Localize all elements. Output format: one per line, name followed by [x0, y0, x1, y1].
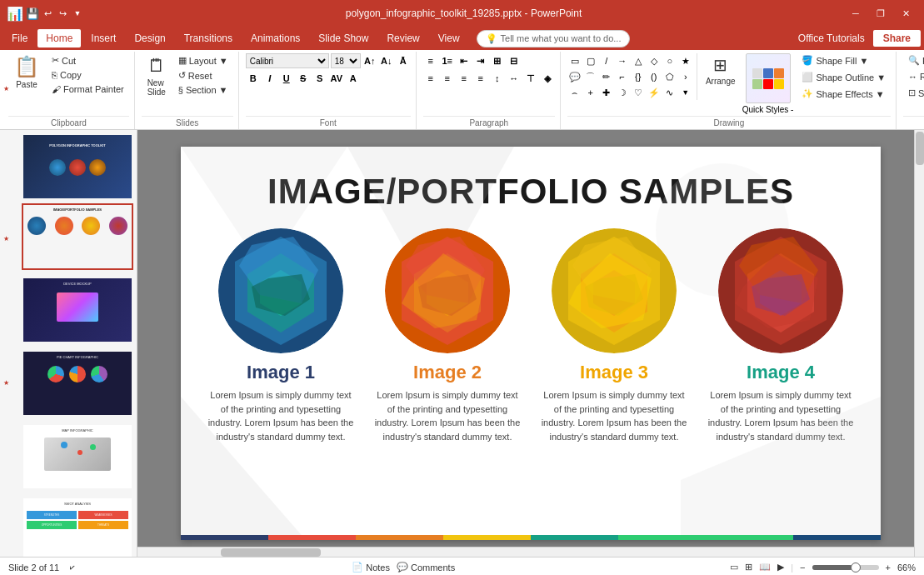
- font-name-select[interactable]: Calibri: [246, 53, 329, 68]
- menu-view[interactable]: View: [430, 29, 468, 48]
- underline-btn[interactable]: U: [279, 71, 294, 86]
- align-right-btn[interactable]: ≡: [457, 71, 472, 86]
- menu-file[interactable]: File: [3, 29, 36, 48]
- horizontal-scrollbar[interactable]: [137, 547, 914, 557]
- smart-art-btn[interactable]: ⊟: [507, 53, 522, 68]
- restore-btn[interactable]: ❐: [869, 4, 892, 22]
- reset-button[interactable]: ↺Reset: [173, 68, 233, 82]
- curve-btn[interactable]: ⌒: [583, 69, 598, 84]
- zoom-level[interactable]: 66%: [897, 562, 916, 572]
- reading-view-btn[interactable]: 📖: [759, 562, 771, 572]
- justify-btn[interactable]: ≡: [473, 71, 488, 86]
- quick-save-btn[interactable]: 💾: [27, 8, 38, 19]
- menu-review[interactable]: Review: [378, 29, 427, 48]
- quick-styles-area[interactable]: Quick Styles -: [742, 53, 794, 114]
- spell-check-icon[interactable]: 🗸: [67, 562, 77, 572]
- cut-button[interactable]: ✂Cut: [47, 53, 129, 68]
- normal-view-btn[interactable]: ▭: [730, 562, 738, 572]
- zoom-out-btn[interactable]: −: [800, 562, 805, 572]
- numbered-list-btn[interactable]: 1≡: [440, 53, 455, 68]
- connector-btn[interactable]: ⌐: [615, 69, 630, 84]
- slide-thumb-3[interactable]: DEVICE MOCKUP: [22, 277, 133, 343]
- menu-home[interactable]: Home: [37, 29, 81, 48]
- convert-smartart-btn[interactable]: ◈: [540, 71, 555, 86]
- wave-btn[interactable]: ∿: [662, 85, 677, 100]
- layout-button[interactable]: ▦Layout ▼: [173, 53, 233, 68]
- align-left-btn[interactable]: ≡: [423, 71, 438, 86]
- close-btn[interactable]: ✕: [894, 4, 917, 22]
- vertical-scrollbar[interactable]: [914, 130, 924, 557]
- moon-btn[interactable]: ☽: [615, 85, 630, 100]
- char-spacing-btn[interactable]: AV: [329, 71, 344, 86]
- freeform-btn[interactable]: ✏: [599, 69, 614, 84]
- bracket-btn[interactable]: {}: [631, 69, 646, 84]
- cross-btn[interactable]: ✚: [599, 85, 614, 100]
- menu-slideshow[interactable]: Slide Show: [310, 29, 377, 48]
- slide-thumb-2[interactable]: IMAGE/PORTFOLIO SAMPLES: [22, 203, 133, 270]
- menu-animations[interactable]: Animations: [242, 29, 308, 48]
- pentagon-btn[interactable]: ⬠: [662, 69, 677, 84]
- text-align-btn[interactable]: ⊤: [523, 71, 538, 86]
- zoom-in-btn[interactable]: +: [886, 562, 891, 572]
- slide-sorter-btn[interactable]: ⊞: [745, 562, 752, 572]
- arrange-button[interactable]: ⊞ Arrange: [702, 53, 739, 88]
- slideshow-view-btn[interactable]: ▶: [777, 562, 784, 572]
- redo-btn[interactable]: ↪: [57, 8, 68, 19]
- section-button[interactable]: §Section ▼: [173, 83, 233, 97]
- bold-btn[interactable]: B: [246, 71, 261, 86]
- decrease-indent-btn[interactable]: ⇤: [457, 53, 472, 68]
- bolt-btn[interactable]: ⚡: [647, 85, 662, 100]
- arrow-btn[interactable]: →: [615, 53, 630, 68]
- menu-design[interactable]: Design: [126, 29, 173, 48]
- zoom-slider-thumb[interactable]: [851, 562, 861, 572]
- rect-shape-btn[interactable]: ▭: [567, 53, 582, 68]
- copy-button[interactable]: ⎘Copy: [47, 68, 129, 82]
- shape-fill-button[interactable]: 🪣Shape Fill ▼: [797, 53, 891, 68]
- minimize-btn[interactable]: ─: [844, 4, 867, 22]
- office-tutorials-link[interactable]: Office Tutorials: [792, 29, 872, 48]
- more-shapes-btn[interactable]: ▼: [678, 85, 693, 100]
- scroll-thumb-h[interactable]: [221, 548, 321, 557]
- text-direction-btn[interactable]: ↔: [507, 71, 522, 86]
- heart-btn[interactable]: ♡: [631, 85, 646, 100]
- decrease-font-btn[interactable]: A↓: [379, 53, 394, 68]
- font-color-btn[interactable]: A: [346, 71, 361, 86]
- notes-btn[interactable]: 📄 Notes: [352, 562, 390, 572]
- column-btn[interactable]: ⊞: [490, 53, 505, 68]
- increase-indent-btn[interactable]: ⇥: [473, 53, 488, 68]
- increase-font-btn[interactable]: A↑: [362, 53, 377, 68]
- slide-panel[interactable]: 1 POLYGON INFOGRAPHIC TOOLKIT 2 ★ IMAGE/…: [0, 130, 137, 557]
- arc-btn[interactable]: ⌢: [567, 85, 582, 100]
- shadow-btn[interactable]: S: [312, 71, 327, 86]
- scroll-thumb-v[interactable]: [916, 132, 924, 165]
- clear-format-btn[interactable]: Ā: [396, 53, 411, 68]
- zoom-slider[interactable]: [812, 565, 879, 570]
- tell-me-bar[interactable]: 💡 Tell me what you want to do...: [477, 30, 631, 48]
- shape-outline-button[interactable]: ⬜Shape Outline ▼: [797, 70, 891, 84]
- customize-btn[interactable]: ▼: [72, 8, 83, 19]
- italic-btn[interactable]: I: [262, 71, 277, 86]
- share-btn[interactable]: Share: [873, 30, 921, 47]
- rounded-rect-btn[interactable]: ▢: [583, 53, 598, 68]
- bullets-btn[interactable]: ≡: [423, 53, 438, 68]
- brace-btn[interactable]: (): [647, 69, 662, 84]
- menu-insert[interactable]: Insert: [82, 29, 124, 48]
- star-shape-btn[interactable]: ★: [678, 53, 693, 68]
- diamond-btn[interactable]: ◇: [647, 53, 662, 68]
- triangle-btn[interactable]: △: [631, 53, 646, 68]
- slide-thumb-5[interactable]: MAP INFOGRAPHIC: [22, 423, 133, 490]
- line-spacing-btn[interactable]: ↕: [490, 71, 505, 86]
- quick-styles-box[interactable]: [746, 53, 791, 103]
- shape-effects-button[interactable]: ✨Shape Effects ▼: [797, 87, 891, 101]
- slide-thumb-4[interactable]: PIE CHART INFOGRAPHIC: [22, 350, 133, 417]
- menu-transitions[interactable]: Transitions: [176, 29, 241, 48]
- strikethrough-btn[interactable]: S: [296, 71, 311, 86]
- plus-btn[interactable]: +: [583, 85, 598, 100]
- select-button[interactable]: ⊡Select ▼: [903, 86, 924, 100]
- circle-btn[interactable]: ○: [662, 53, 677, 68]
- comments-btn[interactable]: 💬 Comments: [397, 562, 455, 572]
- font-size-select[interactable]: 18: [331, 53, 361, 68]
- callout-btn[interactable]: 💬: [567, 69, 582, 84]
- chevron-shape-btn[interactable]: ›: [678, 69, 693, 84]
- find-button[interactable]: 🔍Find: [903, 53, 924, 68]
